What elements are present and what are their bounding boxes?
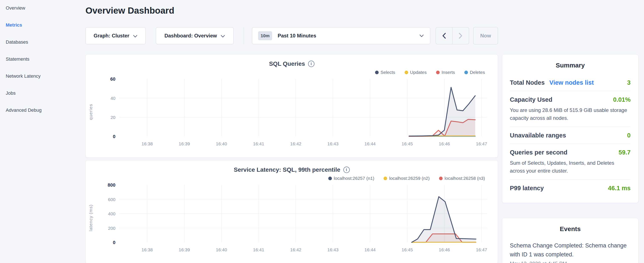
sidebar-item-overview[interactable]: Overview (6, 5, 86, 22)
legend-item-deletes[interactable]: Deletes (464, 70, 485, 75)
x-tick-label: 16:39 (179, 247, 190, 252)
sidebar-nav: OverviewMetricsDatabasesStatementsNetwor… (0, 0, 86, 124)
legend-dot (328, 177, 332, 180)
chevron-right-icon (459, 33, 462, 39)
summary-row-label: Queries per second (510, 149, 568, 156)
events-list: Schema Change Completed: Schema change w… (510, 241, 630, 263)
event-timestamp: May 13, 2020 at 4:45 PM (510, 261, 630, 263)
legend-label: Deletes (470, 70, 485, 75)
y-axis-title: queries (86, 76, 96, 148)
event-item: Schema Change Completed: Schema change w… (510, 241, 630, 263)
y-tick-label: 20 (110, 115, 116, 120)
y-tick-label: 60 (110, 76, 116, 82)
x-tick-label: 16:42 (290, 247, 302, 252)
legend-item-selects[interactable]: Selects (375, 70, 395, 75)
time-back-button[interactable] (436, 28, 452, 44)
time-forward-button[interactable] (452, 28, 469, 44)
summary-row-subtext: You are using 28.6 MiB of 515.9 GiB usab… (510, 106, 630, 122)
summary-row-label: P99 latency (510, 185, 544, 192)
now-button[interactable]: Now (473, 27, 498, 45)
x-tick-label: 16:41 (253, 141, 264, 146)
summary-row-label: Total Nodes (510, 79, 545, 86)
x-tick-label: 16:43 (328, 141, 339, 146)
chevron-down-icon (221, 35, 225, 38)
legend-item-localhost-26259-n2[interactable]: localhost:26259 (n2) (384, 176, 430, 181)
summary-panel: Summary Total NodesView nodes list3Capac… (502, 54, 638, 203)
legend-label: localhost:26258 (n3) (444, 176, 485, 181)
chart-title-row: Service Latency: SQL, 99th percentilei (86, 166, 498, 173)
sidebar-item-jobs[interactable]: Jobs (6, 90, 86, 107)
x-tick-label: 16:38 (142, 141, 153, 146)
summary-row-value: 46.1 ms (608, 185, 630, 192)
y-axis-title: latency (ms) (86, 182, 96, 254)
summary-row-value: 3 (627, 79, 630, 86)
legend-item-inserts[interactable]: Inserts (436, 70, 455, 75)
chart-canvas: 16:3816:3916:4016:4116:4216:4316:4416:45… (96, 76, 498, 148)
summary-row-link[interactable]: View nodes list (550, 79, 594, 86)
summary-row-main: Total NodesView nodes list3 (510, 79, 630, 86)
sql-queries-chart-card: SQL QueriesiSelectsUpdatesInsertsDeletes… (86, 54, 498, 158)
right-column: Summary Total NodesView nodes list3Capac… (502, 54, 638, 263)
sidebar-item-databases[interactable]: Databases (6, 39, 86, 56)
chart-title-row: SQL Queriesi (86, 60, 498, 67)
app-root: OverviewMetricsDatabasesStatementsNetwor… (0, 0, 644, 263)
summary-row-main: Unavailable ranges0 (510, 132, 630, 139)
x-tick-label: 16:40 (216, 247, 227, 252)
dashboard-dropdown[interactable]: Dashboard: Overview (156, 27, 234, 44)
chart-body: latency (ms)16:3816:3916:4016:4116:4216:… (86, 182, 498, 254)
legend-item-localhost-26257-n1[interactable]: localhost:26257 (n1) (328, 176, 374, 181)
legend-item-localhost-26258-n3[interactable]: localhost:26258 (n3) (439, 176, 485, 181)
dashboard-dropdown-label: Dashboard: Overview (164, 33, 217, 39)
summary-row-total-nodes: Total NodesView nodes list3 (510, 74, 630, 91)
x-tick-label: 16:47 (476, 247, 487, 252)
x-tick-label: 16:40 (216, 141, 227, 146)
summary-row-main: P99 latency46.1 ms (510, 185, 630, 192)
time-window-label: Past 10 Minutes (278, 33, 316, 39)
chart-body: queries16:3816:3916:4016:4116:4216:4316:… (86, 76, 498, 148)
legend-dot (439, 177, 443, 180)
y-tick-label: 400 (108, 211, 116, 216)
info-icon[interactable]: i (343, 167, 350, 173)
legend-label: localhost:26257 (n1) (334, 176, 374, 181)
sidebar-item-network-latency[interactable]: Network Latency (6, 73, 86, 90)
event-message: Schema Change Completed: Schema change w… (510, 241, 630, 259)
chart-legend: localhost:26257 (n1)localhost:26259 (n2)… (86, 176, 485, 181)
legend-dot (464, 71, 468, 74)
graph-dropdown[interactable]: Graph: Cluster (86, 27, 146, 44)
legend-label: Updates (410, 70, 427, 75)
summary-row-queries-per-second: Queries per second59.7Sum of Selects, Up… (510, 144, 630, 180)
y-tick-label: 800 (108, 182, 116, 188)
page-title: Overview Dashboard (86, 6, 498, 16)
main-content: Overview Dashboard Graph: Cluster Dashbo… (86, 0, 498, 263)
chevron-down-icon (420, 35, 424, 37)
summary-row-subtext: Sum of Selects, Updates, Inserts, and De… (510, 159, 630, 175)
legend-label: localhost:26259 (n2) (389, 176, 430, 181)
service-latency-chart-card: Service Latency: SQL, 99th percentileilo… (86, 160, 498, 263)
controls-row: Graph: Cluster Dashboard: Overview 10m P… (86, 27, 498, 44)
info-icon[interactable]: i (308, 61, 314, 67)
sidebar-item-metrics[interactable]: Metrics (6, 22, 86, 39)
x-tick-label: 16:46 (439, 141, 450, 146)
y-tick-label: 0 (113, 134, 116, 139)
legend-dot (384, 177, 387, 180)
x-tick-label: 16:43 (328, 247, 339, 252)
x-tick-label: 16:42 (290, 141, 302, 146)
summary-row-label: Capacity Used (510, 96, 552, 103)
chart-legend: SelectsUpdatesInsertsDeletes (86, 70, 485, 75)
summary-row-label: Unavailable ranges (510, 132, 566, 139)
events-panel: Events Schema Change Completed: Schema c… (502, 218, 638, 263)
legend-item-updates[interactable]: Updates (404, 70, 427, 75)
summary-row-value: 59.7 (619, 149, 630, 156)
x-tick-label: 16:44 (364, 141, 376, 146)
legend-dot (375, 71, 379, 74)
time-window-dropdown[interactable]: 10m Past 10 Minutes (252, 27, 430, 44)
summary-title: Summary (510, 62, 630, 69)
x-tick-label: 16:39 (179, 141, 190, 146)
sidebar-item-statements[interactable]: Statements (6, 56, 86, 73)
x-tick-label: 16:47 (476, 141, 487, 146)
sidebar-item-advanced-debug[interactable]: Advanced Debug (6, 107, 86, 124)
chart-title: SQL Queries (269, 60, 305, 67)
legend-dot (404, 71, 408, 74)
legend-label: Selects (380, 70, 395, 75)
y-tick-label: 600 (108, 197, 116, 202)
